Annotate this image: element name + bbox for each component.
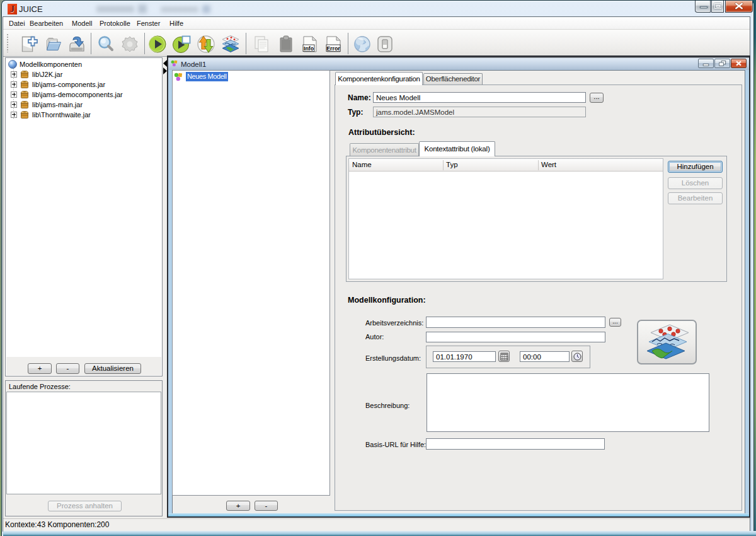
svg-text:Error: Error [326,45,340,52]
svg-text:Info: Info [304,45,314,52]
